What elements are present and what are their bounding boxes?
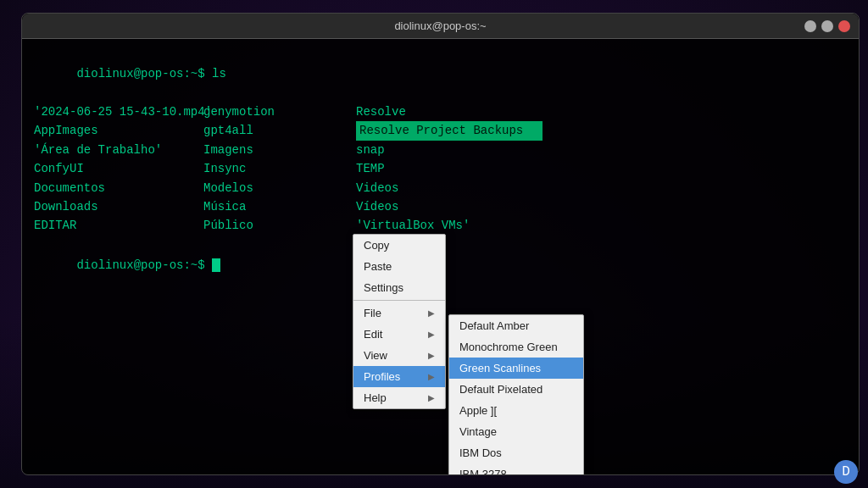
ls-item: Downloads bbox=[34, 197, 203, 216]
close-button[interactable] bbox=[838, 20, 850, 32]
terminal-window: diolinux@pop-os:~ diolinux@pop-os:~$ ls … bbox=[21, 13, 860, 475]
title-bar: diolinux@pop-os:~ bbox=[22, 14, 859, 39]
context-menu-item[interactable]: Paste bbox=[353, 256, 445, 277]
ls-item: '2024-06-25 15-43-10.mp4' bbox=[34, 103, 203, 121]
context-menu-item[interactable]: View▶ bbox=[353, 345, 445, 366]
menu-item-label: Copy bbox=[364, 239, 389, 252]
ls-item: Música bbox=[203, 197, 356, 216]
minimize-button[interactable] bbox=[804, 20, 816, 32]
ls-item: 'VirtualBox VMs' bbox=[356, 216, 542, 235]
cursor bbox=[212, 258, 220, 272]
ls-item: Imagens bbox=[203, 141, 356, 159]
submenu-arrow-icon: ▶ bbox=[428, 351, 435, 360]
profiles-submenu: Default AmberMonochrome GreenGreen Scanl… bbox=[448, 314, 584, 475]
context-menu-item[interactable]: Copy bbox=[353, 235, 445, 256]
ls-item: Vídeos bbox=[356, 197, 542, 216]
context-menu: CopyPasteSettingsFile▶Edit▶View▶Profiles… bbox=[353, 234, 446, 409]
menu-divider bbox=[353, 300, 445, 301]
ls-item: ConfyUI bbox=[34, 159, 203, 178]
submenu-item[interactable]: Green Scanlines bbox=[449, 358, 583, 379]
submenu-arrow-icon: ▶ bbox=[428, 330, 435, 339]
menu-item-label: Help bbox=[364, 391, 387, 404]
submenu-item[interactable]: Default Amber bbox=[449, 315, 583, 336]
ls-item: EDITAR bbox=[34, 216, 203, 235]
submenu-item[interactable]: IBM Dos bbox=[449, 442, 583, 463]
ls-item: snap bbox=[356, 141, 542, 159]
ls-output: '2024-06-25 15-43-10.mp4'AppImages'Área … bbox=[34, 103, 847, 236]
ls-item: genymotion bbox=[203, 103, 356, 121]
context-menu-item[interactable]: File▶ bbox=[353, 302, 445, 324]
maximize-button[interactable] bbox=[821, 20, 833, 32]
prompt-2: diolinux@pop-os:~$ bbox=[76, 258, 212, 272]
ls-item: gpt4all bbox=[203, 121, 356, 140]
ls-item: Resolve bbox=[356, 103, 542, 121]
submenu-arrow-icon: ▶ bbox=[428, 393, 435, 402]
ls-item: Insync bbox=[203, 159, 356, 178]
context-menu-item[interactable]: Edit▶ bbox=[353, 324, 445, 345]
ls-col-1: '2024-06-25 15-43-10.mp4'AppImages'Área … bbox=[34, 103, 203, 236]
submenu-arrow-icon: ▶ bbox=[428, 372, 435, 381]
context-menu-item[interactable]: Help▶ bbox=[353, 387, 445, 408]
prompt-1: diolinux@pop-os:~$ bbox=[76, 67, 212, 80]
submenu-item[interactable]: Vintage bbox=[449, 421, 583, 442]
menu-item-label: View bbox=[364, 349, 387, 362]
taskbar-icon-circle[interactable]: D bbox=[834, 460, 858, 484]
ls-item: 'Área de Trabalho' bbox=[34, 141, 203, 159]
command-line: diolinux@pop-os:~$ ls bbox=[34, 47, 847, 101]
ls-item: Modelos bbox=[203, 179, 356, 197]
taskbar-area: D bbox=[834, 460, 858, 484]
context-menu-item[interactable]: Settings bbox=[353, 277, 445, 298]
menu-item-label: Edit bbox=[364, 328, 382, 341]
ls-item: Resolve Project Backups bbox=[356, 121, 542, 140]
menu-item-label: Paste bbox=[364, 260, 392, 273]
menu-item-label: File bbox=[364, 307, 381, 319]
taskbar-icon-symbol: D bbox=[842, 464, 850, 480]
menu-item-label: Settings bbox=[364, 281, 403, 294]
submenu-item[interactable]: IBM 3278 bbox=[449, 463, 583, 475]
submenu-item[interactable]: Default Pixelated bbox=[449, 379, 583, 400]
context-menu-item[interactable]: Profiles▶ bbox=[353, 366, 445, 387]
window-controls bbox=[804, 20, 850, 32]
command-text: ls bbox=[212, 67, 226, 80]
menu-item-label: Profiles bbox=[364, 370, 400, 383]
ls-item: Público bbox=[203, 216, 356, 235]
submenu-item[interactable]: Apple ][ bbox=[449, 400, 583, 421]
ls-item: Documentos bbox=[34, 179, 203, 197]
ls-col-2: genymotiongpt4allImagensInsyncModelosMús… bbox=[203, 103, 356, 236]
submenu-arrow-icon: ▶ bbox=[428, 308, 435, 318]
window-title: diolinux@pop-os:~ bbox=[394, 19, 486, 32]
ls-item: Videos bbox=[356, 179, 542, 197]
ls-item: AppImages bbox=[34, 121, 203, 140]
ls-col-3: ResolveResolve Project BackupssnapTEMPVi… bbox=[356, 103, 542, 236]
ls-item: TEMP bbox=[356, 159, 542, 178]
submenu-item[interactable]: Monochrome Green bbox=[449, 336, 583, 358]
